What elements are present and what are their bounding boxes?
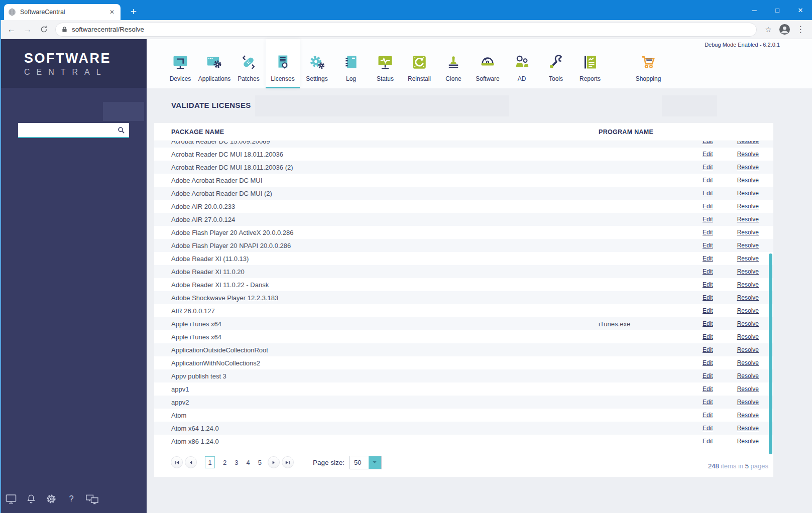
resolve-link[interactable]: Resolve <box>737 151 759 158</box>
table-scrollbar[interactable] <box>769 253 772 454</box>
browser-tab[interactable]: SoftwareCentral ✕ <box>4 4 121 20</box>
resolve-link[interactable]: Resolve <box>737 425 759 432</box>
sidebar-search-input[interactable] <box>18 123 118 137</box>
page-number-2[interactable]: 2 <box>223 459 226 466</box>
chevron-down-icon[interactable] <box>369 456 381 469</box>
edit-link[interactable]: Edit <box>703 229 713 236</box>
nav-item-clone[interactable]: Clone <box>436 39 471 88</box>
resolve-link[interactable]: Resolve <box>737 242 759 249</box>
prev-page-button[interactable] <box>185 456 197 468</box>
resolve-link[interactable]: Resolve <box>737 229 759 236</box>
tab-close-icon[interactable]: ✕ <box>107 9 117 16</box>
edit-link[interactable]: Edit <box>703 346 713 353</box>
resolve-link[interactable]: Resolve <box>737 164 759 171</box>
search-icon[interactable] <box>118 126 125 134</box>
resolve-link[interactable]: Resolve <box>737 386 759 393</box>
resolve-link[interactable]: Resolve <box>737 268 759 275</box>
url-bar[interactable]: softwarecentral/Resolve <box>55 23 757 37</box>
resolve-link[interactable]: Resolve <box>737 320 759 327</box>
nav-item-reinstall[interactable]: Reinstall <box>402 39 436 88</box>
page-number-4[interactable]: 4 <box>246 459 250 466</box>
resolve-link[interactable]: Resolve <box>737 255 759 262</box>
edit-link[interactable]: Edit <box>703 268 713 275</box>
nav-item-software[interactable]: Software <box>471 39 505 88</box>
page-number-5[interactable]: 5 <box>258 459 262 466</box>
page-size-value: 50 <box>350 456 369 469</box>
new-tab-button[interactable]: + <box>127 5 141 19</box>
page-number-3[interactable]: 3 <box>235 459 238 466</box>
edit-link[interactable]: Edit <box>703 151 713 158</box>
resolve-link[interactable]: Resolve <box>737 141 759 145</box>
next-page-button[interactable] <box>268 456 280 468</box>
nav-item-reports[interactable]: Reports <box>573 39 607 88</box>
edit-link[interactable]: Edit <box>703 372 713 379</box>
edit-link[interactable]: Edit <box>703 216 713 223</box>
page-number-1-current[interactable]: 1 <box>205 456 215 468</box>
reload-button[interactable] <box>36 23 51 37</box>
edit-link[interactable]: Edit <box>703 359 713 366</box>
edit-link[interactable]: Edit <box>703 386 713 393</box>
edit-link[interactable]: Edit <box>703 164 713 171</box>
edit-link[interactable]: Edit <box>703 320 713 327</box>
edit-link[interactable]: Edit <box>703 255 713 262</box>
resolve-link[interactable]: Resolve <box>737 177 759 184</box>
table-row: Acrobat Reader DC MUI 18.011.20036EditRe… <box>154 148 773 161</box>
resolve-link[interactable]: Resolve <box>737 346 759 353</box>
edit-link[interactable]: Edit <box>703 412 713 419</box>
edit-link[interactable]: Edit <box>703 281 713 288</box>
gear-icon[interactable] <box>45 493 57 505</box>
bell-icon[interactable] <box>26 493 37 504</box>
resolve-link[interactable]: Resolve <box>737 438 759 445</box>
edit-link[interactable]: Edit <box>703 438 713 445</box>
package-name-cell: Adobe Acrobat Reader DC MUI (2) <box>154 190 272 197</box>
nav-item-log[interactable]: Log <box>334 39 368 88</box>
window-minimize-button[interactable]: ─ <box>743 0 766 20</box>
bookmark-star-icon[interactable]: ☆ <box>761 23 776 37</box>
edit-link[interactable]: Edit <box>703 333 713 340</box>
first-page-button[interactable] <box>171 456 183 468</box>
package-name-cell: Acrobat Reader DC MUI 18.011.20036 <box>154 151 283 158</box>
edit-link[interactable]: Edit <box>703 177 713 184</box>
window-close-button[interactable]: ✕ <box>789 0 812 20</box>
resolve-link[interactable]: Resolve <box>737 294 759 301</box>
page-size-dropdown[interactable]: 50 <box>350 456 382 469</box>
resolve-link[interactable]: Resolve <box>737 307 759 314</box>
resolve-link[interactable]: Resolve <box>737 372 759 379</box>
nav-item-settings[interactable]: Settings <box>300 39 334 88</box>
window-maximize-button[interactable]: □ <box>766 0 789 20</box>
resolve-link[interactable]: Resolve <box>737 190 759 197</box>
edit-link[interactable]: Edit <box>703 190 713 197</box>
nav-item-patches[interactable]: Patches <box>231 39 266 88</box>
remote-desktop-icon[interactable] <box>85 493 99 505</box>
monitor-icon[interactable] <box>5 493 17 505</box>
edit-link[interactable]: Edit <box>703 399 713 406</box>
resolve-link[interactable]: Resolve <box>737 333 759 340</box>
edit-link[interactable]: Edit <box>703 141 713 145</box>
edit-link[interactable]: Edit <box>703 294 713 301</box>
edit-link[interactable]: Edit <box>703 425 713 432</box>
resolve-link[interactable]: Resolve <box>737 216 759 223</box>
resolve-link[interactable]: Resolve <box>737 412 759 419</box>
resolve-link[interactable]: Resolve <box>737 399 759 406</box>
nav-item-ad[interactable]: AD <box>505 39 539 88</box>
nav-item-shopping[interactable]: Shopping <box>631 39 665 88</box>
edit-link[interactable]: Edit <box>703 307 713 314</box>
resolve-link[interactable]: Resolve <box>737 359 759 366</box>
resolve-link[interactable]: Resolve <box>737 281 759 288</box>
nav-item-tools[interactable]: Tools <box>539 39 573 88</box>
ad-icon <box>513 52 530 73</box>
nav-item-devices[interactable]: Devices <box>163 39 197 88</box>
nav-item-status[interactable]: Status <box>368 39 402 88</box>
browser-menu-icon[interactable]: ⋮ <box>793 23 808 37</box>
edit-link[interactable]: Edit <box>703 203 713 210</box>
nav-item-licenses[interactable]: Licenses <box>266 39 300 88</box>
last-page-button[interactable] <box>282 456 294 468</box>
back-button[interactable]: ← <box>4 23 19 37</box>
nav-item-applications[interactable]: Applications <box>197 39 231 88</box>
avatar-icon[interactable] <box>777 23 792 37</box>
edit-link[interactable]: Edit <box>703 242 713 249</box>
resolve-link[interactable]: Resolve <box>737 203 759 210</box>
package-name-cell: Adobe Flash Player 20 ActiveX 20.0.0.286 <box>154 229 294 236</box>
help-icon[interactable]: ? <box>66 493 77 504</box>
forward-button[interactable]: → <box>20 23 35 37</box>
